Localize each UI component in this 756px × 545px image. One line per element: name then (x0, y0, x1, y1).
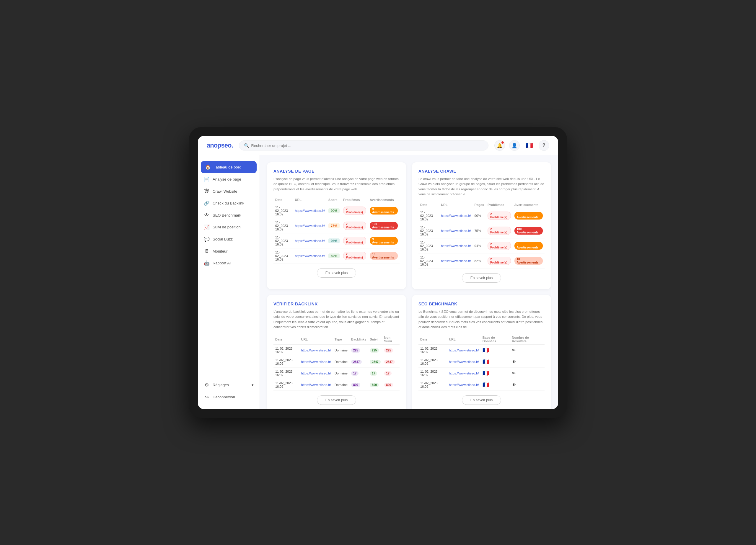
table-row: 11-02_2023 16:02 https://www.etiseo.fr/ … (418, 208, 545, 224)
cell-url[interactable]: https://www.etiseo.fr/ (299, 356, 333, 368)
cell-problems: 2 Problème(s) (486, 254, 513, 269)
cell-backlinks: 890 (349, 379, 368, 391)
cell-non-suivi: 17 (382, 368, 400, 379)
cell-warnings: 9 Avertissements (368, 233, 400, 248)
analyse-page-title: ANALYSE DE PAGE (273, 169, 400, 174)
sidebar-item-analyse-de-page[interactable]: 📄 Analyse de page (198, 173, 260, 185)
benchmark-icon: 👁 (204, 213, 210, 218)
view-results-icon[interactable]: 👁 (512, 348, 516, 352)
cell-problems: 2 Problème(s) (486, 208, 513, 224)
cell-base-donnees: 🇫🇷 (481, 368, 510, 379)
cell-date: 11-02_2023 16:02 (273, 203, 293, 218)
cell-date: 11-02_2023 16:02 (273, 218, 293, 233)
col-warnings: Avertissements (513, 202, 545, 208)
analyse-page-card: ANALYSE DE PAGE L'analyse de page vous p… (267, 162, 406, 289)
seo-benchmark-table: Date URL Base de Données Nombre de Résul… (418, 334, 545, 391)
cell-problems: 2 Problème(s) (341, 218, 368, 233)
search-bar[interactable]: 🔍 (239, 141, 488, 151)
social-icon: 💬 (204, 236, 210, 242)
seo-benchmark-more-btn[interactable]: En savoir plus (462, 395, 501, 405)
cell-date: 11-02_2023 16:02 (273, 345, 299, 356)
cell-url[interactable]: https://www.etiseo.fr/ (447, 345, 480, 356)
cell-score: 82% (327, 248, 341, 263)
language-flag-icon[interactable]: 🇫🇷 (524, 140, 535, 151)
cell-warnings: 100 Avertissements (513, 224, 545, 239)
backlink-desc: L'analyse du backlink vous permet de con… (273, 309, 400, 329)
sidebar-item-label: Tableau de bord (214, 165, 241, 169)
analyse-crawl-title: ANALYSE CRAWL (418, 169, 545, 174)
cell-url[interactable]: https://www.etiseo.fr/ (439, 239, 473, 254)
sidebar-settings-label: Réglages (213, 383, 229, 387)
sidebar-item-deconnexion[interactable]: ↪ Déconnexion (198, 391, 260, 403)
sidebar-item-moniteur[interactable]: 🖥 Moniteur (198, 245, 260, 257)
cell-results[interactable]: 👁 (510, 368, 545, 379)
view-results-icon[interactable]: 👁 (512, 382, 516, 387)
table-row: 11-02_2023 16:02 https://www.etiseo.fr/ … (273, 218, 400, 233)
cell-results[interactable]: 👁 (510, 345, 545, 356)
seo-benchmark-desc: Le Benchmark SEO vous permet de découvri… (418, 309, 545, 329)
sidebar-item-label: Rapport AI (213, 261, 231, 265)
col-results: Nombre de Résultats (510, 334, 545, 345)
notification-bell[interactable]: 🔔 (494, 140, 505, 151)
sidebar-item-tableau-de-bord[interactable]: 🏠 Tableau de bord (201, 161, 257, 173)
cell-url[interactable]: https://www.etiseo.fr/ (293, 218, 327, 233)
cell-url[interactable]: https://www.etiseo.fr/ (439, 224, 473, 239)
cell-results[interactable]: 👁 (510, 379, 545, 391)
sidebar-item-reglages[interactable]: ⚙ Réglages ▾ (198, 379, 260, 391)
cell-warnings: 10 Avertissements (368, 248, 400, 263)
table-row: 11-02_2023 16:02 https://www.etiseo.fr/ … (273, 233, 400, 248)
cell-url[interactable]: https://www.etiseo.fr/ (299, 368, 333, 379)
table-row: 11-02_2023 16:02 https://www.etiseo.fr/ … (418, 368, 545, 379)
cell-date: 11-02_2023 16:02 (418, 239, 439, 254)
cell-url[interactable]: https://www.etiseo.fr/ (293, 248, 327, 263)
analyse-page-more-btn[interactable]: En savoir plus (317, 268, 356, 278)
cell-backlinks: 17 (349, 368, 368, 379)
table-row: 11-02_2023 16:02 https://www.etiseo.fr/ … (418, 345, 545, 356)
cell-problems: 2 Problème(s) (341, 233, 368, 248)
cell-results[interactable]: 👁 (510, 356, 545, 368)
cell-date: 11-02_2023 16:02 (418, 208, 439, 224)
view-results-icon[interactable]: 👁 (512, 371, 516, 376)
backlink-more-btn[interactable]: En savoir plus (317, 395, 356, 405)
cell-url[interactable]: https://www.etiseo.fr/ (439, 254, 473, 269)
sidebar-item-seo-benchmark[interactable]: 👁 SEO Benchmark (198, 209, 260, 221)
search-input[interactable] (251, 143, 483, 148)
cell-base-donnees: 🇫🇷 (481, 356, 510, 368)
cell-pages: 75% (473, 224, 486, 239)
user-profile-icon[interactable]: 👤 (509, 140, 520, 151)
col-url: URL (299, 334, 333, 345)
sidebar-item-social-buzz[interactable]: 💬 Social Buzz (198, 233, 260, 245)
col-date: Date (418, 334, 447, 345)
cell-type: Domaine (333, 379, 349, 391)
sidebar-item-suivi-de-position[interactable]: 📈 Suivi de position (198, 221, 260, 233)
col-date: Date (273, 197, 293, 203)
main-content: ANALYSE DE PAGE L'analyse de page vous p… (260, 155, 558, 409)
help-icon[interactable]: ? (539, 140, 549, 151)
sidebar-item-crawl-website[interactable]: 🕸 Crawl Website (198, 185, 260, 197)
col-suivi: Suivi (368, 334, 382, 345)
cell-url[interactable]: https://www.etiseo.fr/ (299, 379, 333, 391)
analyse-crawl-more-btn[interactable]: En savoir plus (462, 273, 501, 283)
table-row: 11-02_2023 16:02 https://www.etiseo.fr/ … (273, 203, 400, 218)
cell-non-suivi: 225 (382, 345, 400, 356)
cell-url[interactable]: https://www.etiseo.fr/ (299, 345, 333, 356)
backlink-title: VÉRIFIER BACKLINK (273, 301, 400, 306)
sidebar-item-rapport-ai[interactable]: 🤖 Rapport AI (198, 257, 260, 269)
view-results-icon[interactable]: 👁 (512, 359, 516, 364)
sidebar-item-check-du-backlink[interactable]: 🔗 Check du Backlink (198, 197, 260, 209)
cell-date: 11-02_2023 16:02 (273, 379, 299, 391)
cell-url[interactable]: https://www.etiseo.fr/ (293, 203, 327, 218)
cell-url[interactable]: https://www.etiseo.fr/ (447, 356, 480, 368)
cell-url[interactable]: https://www.etiseo.fr/ (447, 368, 480, 379)
col-warnings: Avertissements (368, 197, 400, 203)
sidebar-item-label: SEO Benchmark (213, 213, 241, 218)
cell-url[interactable]: https://www.etiseo.fr/ (293, 233, 327, 248)
cell-date: 11-02_2023 16:02 (418, 345, 447, 356)
logout-icon: ↪ (204, 394, 210, 400)
cell-date: 11-02_2023 16:02 (273, 368, 299, 379)
cell-url[interactable]: https://www.etiseo.fr/ (439, 208, 473, 224)
analyse-page-desc: L'analyse de page vous permet d'obtenir … (273, 177, 400, 192)
cell-date: 11-02_2023 16:02 (418, 368, 447, 379)
col-backlinks: Backlinks (349, 334, 368, 345)
cell-url[interactable]: https://www.etiseo.fr/ (447, 379, 480, 391)
